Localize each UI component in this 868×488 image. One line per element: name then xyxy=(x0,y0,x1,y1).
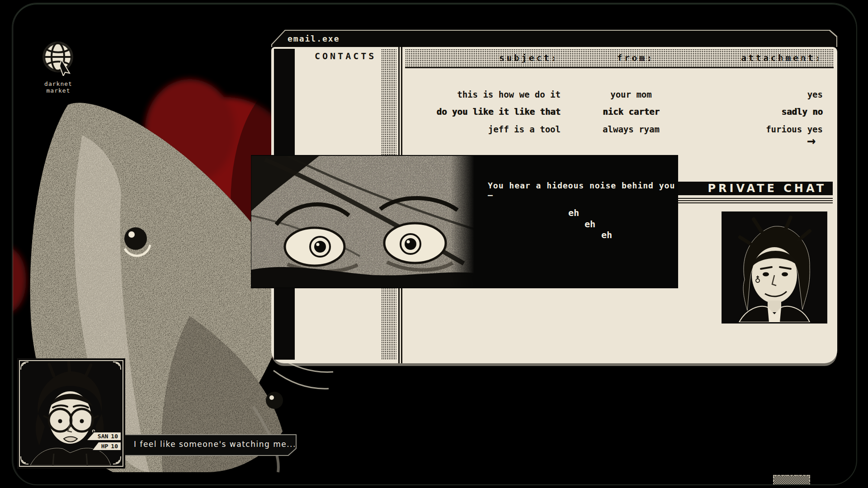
san-label: SAN xyxy=(98,433,108,440)
email-subject: do you like it like that xyxy=(407,107,561,117)
email-from: always ryam xyxy=(577,124,685,134)
player-portrait-frame xyxy=(17,358,125,469)
staring-eyes-image xyxy=(251,156,474,287)
email-window-titlebar[interactable]: email.exe xyxy=(271,30,837,47)
private-chat-portrait[interactable] xyxy=(722,211,827,324)
laugh-text: eh xyxy=(601,230,612,240)
san-value: 10 xyxy=(111,433,118,440)
email-attachment: furious yes xyxy=(701,124,823,134)
event-message: You hear a hideous noise behind you— xyxy=(488,181,678,200)
email-attachment: yes xyxy=(701,89,823,99)
contacts-label: CONTACTS xyxy=(315,51,376,61)
event-overlay: You hear a hideous noise behind you— eh … xyxy=(251,155,678,288)
dialogue-text: I feel like someone's watching me... xyxy=(134,440,296,449)
chat-partner-avatar xyxy=(722,212,826,322)
email-window-title: email.exe xyxy=(288,34,340,43)
email-list-header: subject: from: attachment: xyxy=(405,49,834,67)
email-subject: jeff is a tool xyxy=(407,124,561,134)
ornate-corners xyxy=(18,359,124,467)
hp-value: 10 xyxy=(111,443,118,450)
darknet-market-icon[interactable]: darknet market xyxy=(33,41,83,94)
game-screen: darknet market email.exe CONTACTS subjec… xyxy=(0,0,868,488)
corner-scrollbar-widget[interactable] xyxy=(773,475,810,486)
email-from: nick carter xyxy=(577,107,685,117)
private-chat-label: PRIVATE CHAT xyxy=(708,182,826,195)
laugh-text: eh xyxy=(585,219,595,230)
email-row[interactable]: this is how we do it your mom yes xyxy=(271,89,837,105)
laugh-text: eh xyxy=(568,207,579,218)
email-row[interactable]: do you like it like that nick carter sad… xyxy=(271,107,837,122)
darknet-market-label: darknet market xyxy=(33,80,83,94)
next-page-arrow-icon[interactable]: → xyxy=(807,134,827,149)
email-attachment: sadly no xyxy=(701,107,823,117)
header-rule xyxy=(405,67,834,68)
globe-icon xyxy=(41,41,76,76)
dialogue-box: I feel like someone's watching me... xyxy=(124,434,297,456)
email-row[interactable]: jeff is a tool always ryam furious yes xyxy=(271,124,837,140)
column-from: from: xyxy=(577,53,694,63)
email-from: your mom xyxy=(577,89,685,99)
column-attachment: attachment: xyxy=(722,53,823,63)
hp-label: HP xyxy=(101,443,108,450)
email-subject: this is how we do it xyxy=(407,89,561,99)
